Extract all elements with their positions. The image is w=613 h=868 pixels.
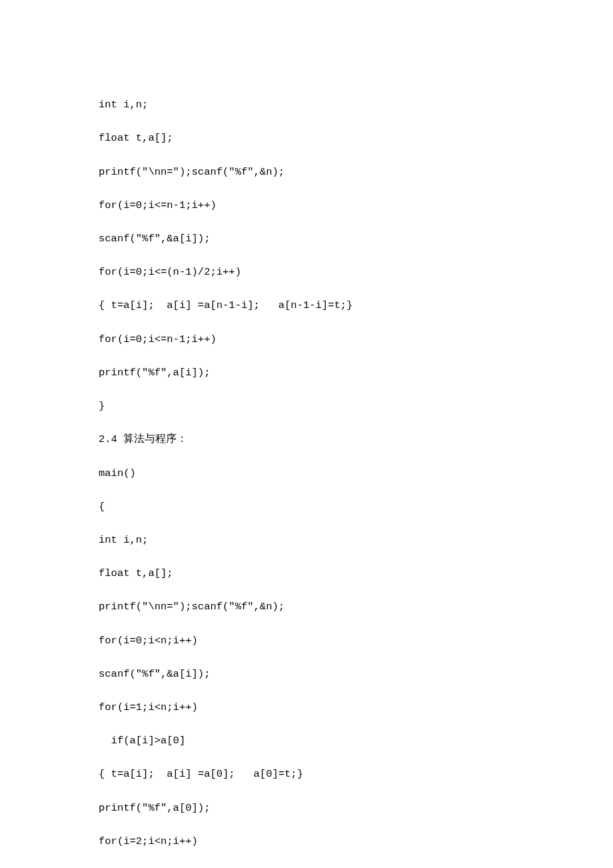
code-line: for(i=0;i<=(n-1)/2;i++) xyxy=(99,264,514,281)
code-line: printf("%f",a[i]); xyxy=(99,365,514,381)
code-line: scanf("%f",&a[i]); xyxy=(99,231,514,247)
code-line: printf("%f",a[0]); xyxy=(99,800,514,817)
code-line: main() xyxy=(99,465,514,482)
code-line: int i,n; xyxy=(99,532,514,549)
code-line: for(i=0;i<n;i++) xyxy=(99,633,514,649)
code-line: printf("\nn=");scanf("%f",&n); xyxy=(99,599,514,615)
code-line: { t=a[i]; a[i] =a[0]; a[0]=t;} xyxy=(99,766,514,783)
code-line: printf("\nn=");scanf("%f",&n); xyxy=(99,164,514,181)
code-line: } xyxy=(99,398,514,415)
code-line: for(i=2;i<n;i++) xyxy=(99,833,514,850)
code-line: { t=a[i]; a[i] =a[n-1-i]; a[n-1-i]=t;} xyxy=(99,297,514,314)
section-heading: 2.4 算法与程序： xyxy=(99,431,514,448)
document-page: int i,n; float t,a[]; printf("\nn=");sca… xyxy=(0,0,613,868)
code-line: for(i=0;i<=n-1;i++) xyxy=(99,331,514,348)
code-line: { xyxy=(99,499,514,515)
code-line: scanf("%f",&a[i]); xyxy=(99,666,514,683)
code-line: for(i=1;i<n;i++) xyxy=(99,699,514,716)
code-line: float t,a[]; xyxy=(99,130,514,147)
code-line: float t,a[]; xyxy=(99,565,514,582)
code-line: if(a[i]>a[0] xyxy=(99,733,514,749)
code-line: int i,n; xyxy=(99,97,514,113)
code-line: for(i=0;i<=n-1;i++) xyxy=(99,197,514,214)
